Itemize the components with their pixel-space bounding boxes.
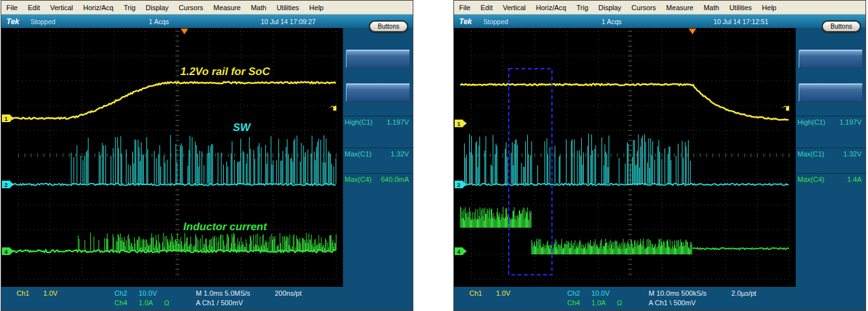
oscilloscope-window-right: File Edit Vertical Horiz/Acq Trig Displa… bbox=[453, 0, 866, 311]
menu-bar: File Edit Vertical Horiz/Acq Trig Displa… bbox=[454, 1, 865, 15]
side-panel: High(C1) 1.197V Max(C1) 1.32V Max(C4) 64… bbox=[343, 28, 413, 287]
measurement-label: Max(C4) bbox=[345, 176, 371, 183]
menu-item-cursors[interactable]: Cursors bbox=[626, 1, 661, 14]
readout-bar: Ch1 1.0V Ch2 10.0V M 1.0ms 5.0MS/s 200ns… bbox=[1, 287, 413, 310]
menu-item-utilities[interactable]: Utilities bbox=[724, 1, 757, 14]
measurement-max-c1: Max(C1) 1.32V bbox=[343, 148, 413, 161]
measurement-max-c4: Max(C4) 1.4A bbox=[796, 173, 865, 186]
ch1-scale: 1.0V bbox=[43, 289, 58, 297]
svg-text:2: 2 bbox=[457, 182, 460, 188]
waveform-display: 1241.2Vo rail for SoCSWInductor current bbox=[1, 28, 343, 287]
menu-item-display[interactable]: Display bbox=[141, 1, 174, 14]
measurement-max-c4: Max(C4) 640.0mA bbox=[343, 173, 413, 186]
menu-item-file[interactable]: File bbox=[1, 1, 23, 14]
graticule-background bbox=[1, 28, 343, 287]
measurement-label: Max(C4) bbox=[797, 176, 824, 183]
menu-item-trig[interactable]: Trig bbox=[118, 1, 141, 14]
trigger-readout: A Ch1 / 500mV bbox=[196, 299, 243, 307]
measurement-label: Max(C1) bbox=[797, 150, 824, 158]
menu-item-vertical[interactable]: Vertical bbox=[45, 1, 78, 14]
timebase-readout: M 1.0ms 5.0MS/s bbox=[196, 289, 251, 297]
buttons-button[interactable]: Buttons bbox=[822, 20, 861, 32]
waveform-display: 124 bbox=[454, 28, 796, 287]
menu-item-display[interactable]: Display bbox=[593, 1, 626, 14]
svg-text:1: 1 bbox=[4, 116, 8, 122]
menu-item-trig[interactable]: Trig bbox=[571, 1, 593, 14]
ch1-label[interactable]: Ch1 bbox=[469, 289, 482, 297]
ch2-label[interactable]: Ch2 bbox=[114, 289, 127, 297]
svg-text:2: 2 bbox=[4, 182, 8, 188]
menu-item-horiz-acq[interactable]: Horiz/Acq bbox=[531, 1, 572, 14]
resolution-readout: 200ns/pt bbox=[275, 289, 301, 297]
ch4-scale: 1.0A bbox=[139, 299, 153, 307]
measurement-max-c1: Max(C1) 1.32V bbox=[796, 148, 865, 161]
ch1-label[interactable]: Ch1 bbox=[17, 289, 29, 297]
scope-main-area: 1241.2Vo rail for SoCSWInductor current … bbox=[1, 28, 413, 287]
svg-text:1: 1 bbox=[457, 121, 460, 127]
measurement-label: High(C1) bbox=[345, 118, 373, 126]
datetime: 10 Jul 14 17:12:51 bbox=[713, 18, 768, 25]
svg-text:4: 4 bbox=[4, 249, 8, 255]
measurement-high-c1: High(C1) 1.197V bbox=[796, 116, 865, 129]
ch2-scale: 10.0V bbox=[139, 289, 157, 297]
acquisition-state: Stopped bbox=[483, 18, 508, 25]
buttons-button[interactable]: Buttons bbox=[369, 20, 408, 32]
menu-item-horiz-acq[interactable]: Horiz/Acq bbox=[78, 1, 119, 14]
ch4-coupling: Ω bbox=[617, 299, 622, 307]
acquisition-count: 1 Acqs bbox=[149, 18, 169, 25]
annotation-sw: SW bbox=[233, 121, 251, 134]
menu-item-measure[interactable]: Measure bbox=[661, 1, 699, 14]
side-menu-button-1[interactable] bbox=[346, 50, 410, 68]
trigger-readout: A Ch1 \ 500mV bbox=[649, 299, 696, 307]
resolution-readout: 2.0µs/pt bbox=[731, 289, 756, 297]
svg-text:4: 4 bbox=[457, 249, 460, 255]
menu-item-math[interactable]: Math bbox=[245, 1, 271, 14]
acquisition-state: Stopped bbox=[31, 18, 55, 25]
measurement-value: 1.197V bbox=[387, 118, 409, 126]
menu-item-help[interactable]: Help bbox=[304, 1, 329, 14]
ch2-label[interactable]: Ch2 bbox=[567, 289, 580, 297]
menu-item-help[interactable]: Help bbox=[757, 1, 782, 14]
menu-item-file[interactable]: File bbox=[454, 1, 476, 14]
menu-item-measure[interactable]: Measure bbox=[209, 1, 246, 14]
readout-bar: Ch1 1.0V Ch2 10.0V M 10.0ms 500kS/s 2.0µ… bbox=[454, 287, 865, 310]
ch4-coupling: Ω bbox=[164, 299, 169, 307]
tek-logo: Tek bbox=[6, 17, 19, 26]
timebase-readout: M 10.0ms 500kS/s bbox=[649, 289, 706, 297]
menu-item-vertical[interactable]: Vertical bbox=[498, 1, 531, 14]
menu-item-utilities[interactable]: Utilities bbox=[272, 1, 304, 14]
measurement-value: 1.197V bbox=[839, 118, 862, 126]
tek-logo: Tek bbox=[459, 17, 472, 26]
measurement-label: High(C1) bbox=[797, 118, 825, 126]
ch4-label[interactable]: Ch4 bbox=[567, 299, 580, 307]
measurement-value: 1.32V bbox=[843, 150, 862, 158]
side-panel: High(C1) 1.197V Max(C1) 1.32V Max(C4) 1.… bbox=[796, 28, 865, 287]
scope-main-area: 124 High(C1) 1.197V Max(C1) 1.32V Max(C4… bbox=[454, 28, 865, 287]
measurement-value: 1.4A bbox=[847, 176, 862, 183]
ch2-scale: 10.0V bbox=[591, 289, 610, 297]
status-bar: Tek Stopped 1 Acqs 10 Jul 14 17:12:51 bbox=[454, 15, 865, 28]
page: File Edit Vertical Horiz/Acq Trig Displa… bbox=[0, 0, 868, 311]
datetime: 10 Jul 14 17:09:27 bbox=[261, 18, 315, 25]
ch4-label[interactable]: Ch4 bbox=[114, 299, 127, 307]
menu-item-edit[interactable]: Edit bbox=[23, 1, 45, 14]
status-bar: Tek Stopped 1 Acqs 10 Jul 14 17:09:27 bbox=[1, 15, 413, 28]
measurement-value: 1.32V bbox=[390, 150, 409, 158]
ch4-scale: 1.0A bbox=[591, 299, 606, 307]
oscilloscope-window-left: File Edit Vertical Horiz/Acq Trig Displa… bbox=[1, 0, 413, 311]
menu-bar: File Edit Vertical Horiz/Acq Trig Displa… bbox=[1, 1, 413, 15]
measurement-value: 640.0mA bbox=[381, 176, 409, 183]
annotation-inductor-current: Inductor current bbox=[183, 221, 268, 233]
measurement-high-c1: High(C1) 1.197V bbox=[343, 116, 413, 129]
side-menu-button-2[interactable] bbox=[799, 83, 863, 102]
ch1-scale: 1.0V bbox=[496, 289, 511, 297]
side-menu-button-1[interactable] bbox=[799, 50, 863, 68]
menu-item-cursors[interactable]: Cursors bbox=[174, 1, 209, 14]
acquisition-count: 1 Acqs bbox=[602, 18, 622, 25]
annotation-vout-rail: 1.2Vo rail for SoC bbox=[180, 66, 270, 78]
menu-item-math[interactable]: Math bbox=[698, 1, 724, 14]
side-menu-button-2[interactable] bbox=[346, 83, 410, 102]
menu-item-edit[interactable]: Edit bbox=[476, 1, 498, 14]
measurement-label: Max(C1) bbox=[345, 150, 371, 158]
